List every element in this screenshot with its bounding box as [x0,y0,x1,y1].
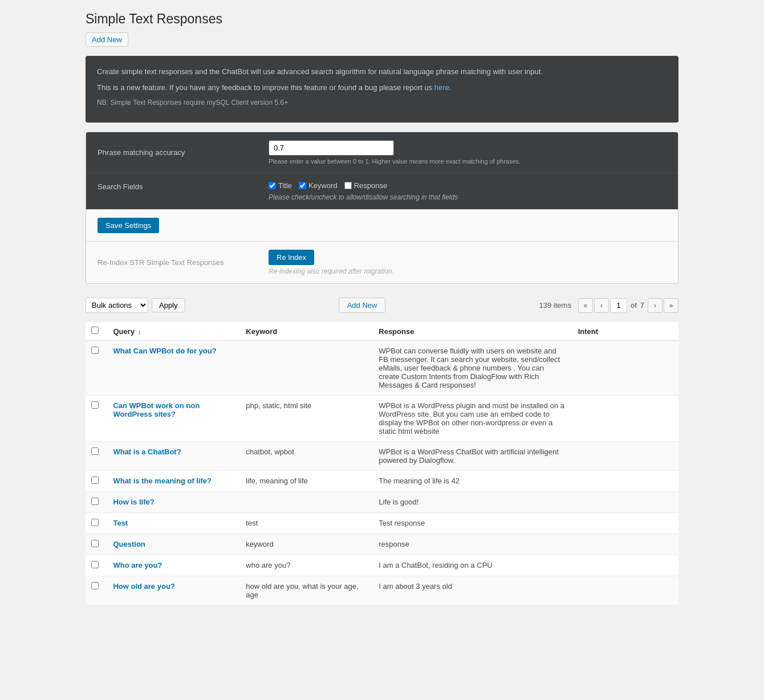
page-title: Simple Text Responses [86,11,678,27]
table-row: What is the meaning of life?life, meanin… [86,471,678,492]
row-query-link[interactable]: What Can WPBot do for you? [113,347,216,355]
search-fields-label: Search Fields [97,181,269,191]
save-settings-button[interactable]: Save Settings [97,218,159,233]
row-checkbox[interactable] [91,498,99,505]
row-response-cell: WPBot is a WordPress plugin and must be … [373,396,572,442]
row-intent-cell [572,396,678,442]
row-query-link[interactable]: What is a ChatBot? [113,447,181,456]
list-toolbar: Bulk actions Apply Add New 139 items « ‹… [86,293,678,318]
add-new-center-button[interactable]: Add New [339,298,386,313]
table-row: Can WPBot work on non WordPress sites?ph… [86,396,678,442]
th-keyword-label: Keyword [246,327,277,336]
row-checkbox-cell [86,555,107,576]
row-response-cell: WPBot is a WordPress ChatBot with artifi… [373,442,572,471]
row-keyword-cell [240,492,373,513]
row-keyword-cell: keyword [240,534,373,555]
row-checkbox[interactable] [91,540,99,547]
row-response-cell: WPBot can converse fluidly with users on… [373,341,572,396]
row-intent-cell [572,341,678,396]
page-total: 7 [640,301,644,310]
row-query-cell: Question [107,534,240,555]
title-checkbox[interactable] [269,182,276,189]
data-table: Query ↕ Keyword Response Intent What Can… [86,322,678,605]
sort-arrow-icon: ↕ [138,329,141,335]
row-query-link[interactable]: How old are you? [113,582,174,591]
page-of: of [631,301,637,310]
table-row: Questionkeywordresponse [86,534,678,555]
row-response-cell: I am about 3 years old [373,576,572,605]
row-query-cell: Can WPBot work on non WordPress sites? [107,396,240,442]
row-intent-cell [572,492,678,513]
row-query-link[interactable]: Test [113,519,128,527]
row-checkbox-cell [86,471,107,492]
page-current-input[interactable] [610,298,627,313]
reindex-button[interactable]: Re Index [269,250,314,265]
row-query-link[interactable]: What is the meaning of life? [113,477,212,485]
row-query-cell: How is life? [107,492,240,513]
row-checkbox-cell [86,513,107,534]
row-response-cell: Life is good! [373,492,572,513]
select-all-checkbox[interactable] [91,327,99,334]
row-query-link[interactable]: Question [113,540,145,548]
info-line2-prefix: This is a new feature. If you have any f… [97,83,434,92]
row-query-cell: Who are you? [107,555,240,576]
response-checkbox[interactable] [344,182,352,189]
row-checkbox[interactable] [91,447,99,455]
row-query-link[interactable]: Can WPBot work on non WordPress sites? [113,401,200,418]
row-query-cell: How old are you? [107,576,240,605]
response-label: Response [354,181,388,190]
th-response-label: Response [379,327,414,336]
keyword-checkbox[interactable] [299,182,306,189]
row-keyword-cell: php, static, html site [240,396,373,442]
title-checkbox-item[interactable]: Title [269,181,292,190]
row-query-cell: What is a ChatBot? [107,442,240,471]
search-fields-row: Search Fields Title Keyword Response [86,173,678,209]
row-keyword-cell: chatbot, wpbot [240,442,373,471]
pagination: « ‹ of 7 › » [578,298,678,313]
row-query-cell: What is the meaning of life? [107,471,240,492]
keyword-checkbox-item[interactable]: Keyword [299,181,338,190]
reindex-control: Re Index Re-indexing also required after… [269,250,667,275]
feedback-link[interactable]: here [434,83,449,92]
response-checkbox-item[interactable]: Response [344,181,388,190]
row-checkbox-cell [86,396,107,442]
info-line3: NB: Simple Text Responses require mySQL … [97,97,667,108]
row-checkbox[interactable] [91,477,99,484]
phrase-row: Phrase matching accuracy Please enter a … [86,132,678,173]
row-checkbox[interactable] [91,401,99,409]
prev-page-button[interactable]: ‹ [594,298,609,313]
row-keyword-cell: how old are you, what is your age, age [240,576,373,605]
reindex-hint: Re-indexing also required after migratio… [269,267,667,275]
row-checkbox[interactable] [91,347,99,354]
first-page-button[interactable]: « [578,298,593,313]
row-checkbox[interactable] [91,561,99,568]
search-fields-hint: Please check/uncheck to allow/disallow s… [269,193,667,201]
row-checkbox-cell [86,492,107,513]
row-query-link[interactable]: Who are you? [113,561,162,569]
row-query-link[interactable]: How is life? [113,498,154,506]
table-header-row: Query ↕ Keyword Response Intent [86,322,678,341]
row-response-cell: The meaning of life is 42 [373,471,572,492]
table-row: How is life?Life is good! [86,492,678,513]
last-page-button[interactable]: » [664,298,678,313]
next-page-button[interactable]: › [648,298,663,313]
row-intent-cell [572,576,678,605]
row-checkbox-cell [86,576,107,605]
bulk-actions-select[interactable]: Bulk actions [86,298,148,313]
items-count: 139 items [539,301,571,310]
row-keyword-cell: who are you? [240,555,373,576]
row-intent-cell [572,471,678,492]
row-intent-cell [572,513,678,534]
apply-button[interactable]: Apply [152,298,185,312]
row-checkbox[interactable] [91,519,99,526]
info-line2: This is a new feature. If you have any f… [97,82,667,93]
search-fields-control: Title Keyword Response Please check/unch… [269,181,667,201]
phrase-label: Phrase matching accuracy [97,148,269,157]
th-response: Response [373,322,572,341]
row-checkbox[interactable] [91,582,99,589]
th-query[interactable]: Query ↕ [107,322,240,341]
add-new-top-button[interactable]: Add New [86,32,128,47]
row-response-cell: I am a ChatBot, residing on a CPU [373,555,572,576]
row-keyword-cell [240,341,373,396]
phrase-input[interactable] [269,140,394,156]
